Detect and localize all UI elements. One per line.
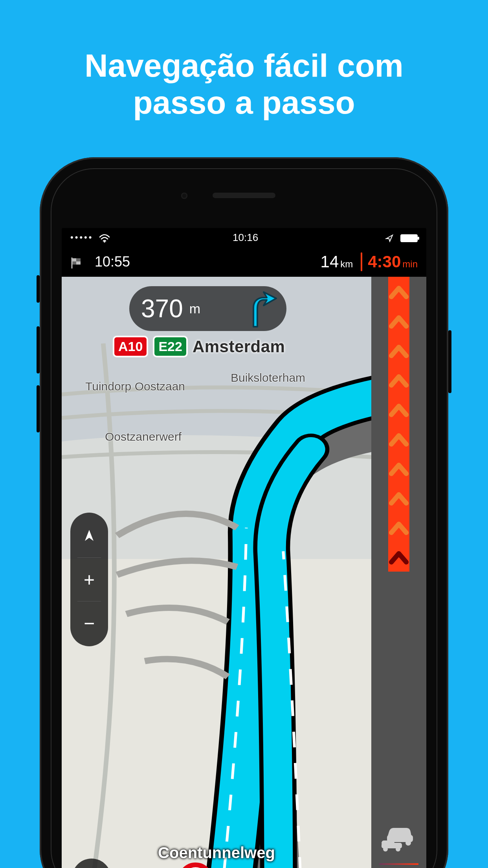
phone-speaker — [213, 193, 275, 198]
map-view[interactable]: 350 m 370 m A10 E2 — [62, 277, 426, 868]
svg-point-10 — [396, 847, 400, 851]
svg-rect-3 — [76, 261, 81, 265]
traffic-delay: 4:30min — [368, 252, 418, 271]
promo-headline: Navegação fácil com passo a passo — [0, 47, 488, 121]
arrival-time: 10:55 — [95, 254, 130, 270]
map-orientation-button[interactable] — [70, 522, 108, 550]
battery-icon — [400, 234, 418, 242]
traffic-cars-icon — [382, 826, 415, 853]
road-shield-e22: E22 — [153, 336, 188, 357]
screen: ••••• 10:16 10:55 — [62, 228, 426, 868]
location-arrow-icon — [381, 232, 396, 243]
next-turn-distance: 370 — [141, 294, 183, 323]
road-shield-a10: A10 — [113, 336, 148, 357]
place-label: Tuindorp Oostzaan — [85, 380, 185, 393]
divider — [361, 252, 362, 271]
turn-right-arrow-icon — [242, 288, 277, 329]
road-shields-row: A10 E22 Amsterdam — [113, 336, 285, 357]
phone-side-button — [37, 385, 40, 432]
status-bar: ••••• 10:16 — [62, 228, 426, 247]
zoom-in-button[interactable]: + — [70, 566, 108, 593]
destination-flag-icon — [70, 254, 89, 270]
distance-unit: km — [340, 259, 353, 269]
svg-point-9 — [383, 847, 388, 851]
promo-line-1: Navegação fácil com — [0, 47, 488, 84]
map-zoom-control: + − — [70, 513, 108, 646]
route-summary-bar[interactable]: 10:55 14km 4:30min — [62, 247, 426, 277]
svg-point-7 — [405, 840, 411, 846]
next-turn-unit: m — [189, 301, 200, 316]
phone-side-button — [448, 330, 451, 393]
phone-frame: ••••• 10:16 10:55 — [40, 157, 448, 868]
traffic-divider — [379, 863, 418, 865]
status-right — [381, 232, 418, 244]
phone-side-button — [37, 326, 40, 373]
destination-label: Amsterdam — [193, 337, 285, 356]
traffic-chevron-column — [388, 277, 409, 572]
svg-rect-2 — [72, 258, 76, 261]
phone-side-button — [37, 275, 40, 303]
speed-panel[interactable]: 100 95 km/h — [178, 862, 272, 868]
delay-value: 4:30 — [368, 252, 401, 271]
page: Navegação fácil com passo a passo ••••• … — [0, 0, 488, 868]
zoom-out-button[interactable]: − — [70, 609, 108, 637]
next-turn-panel[interactable]: 370 m — [129, 286, 286, 331]
delay-unit: min — [402, 259, 418, 269]
speed-limit-sign: 100 — [178, 862, 213, 868]
phone-camera-icon — [181, 193, 187, 199]
remaining-distance: 14km — [321, 252, 353, 271]
distance-value: 14 — [321, 252, 339, 271]
signal-dots-icon: ••••• — [70, 232, 94, 243]
promo-line-2: passo a passo — [0, 84, 488, 121]
status-time: 10:16 — [110, 232, 381, 244]
route-bar-column[interactable]: 350 m — [371, 277, 426, 868]
place-label: Oostzanerwerf — [105, 430, 182, 443]
svg-point-0 — [104, 241, 105, 243]
place-label: Buiksloterham — [231, 371, 305, 384]
wifi-icon — [99, 232, 110, 244]
